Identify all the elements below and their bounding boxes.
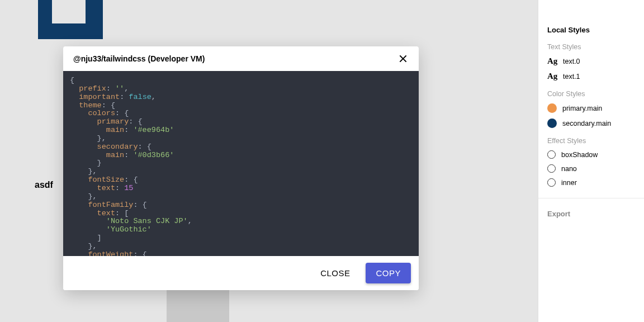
effect-inner[interactable]: inner (547, 178, 635, 187)
ag-icon: Ag (547, 72, 557, 81)
ag-icon: Ag (547, 56, 557, 66)
code-val-fontsize-text: 15 (124, 184, 133, 192)
effect-boxshadow[interactable]: boxShadow (547, 150, 635, 159)
modal-title: @nju33/tailwindcss (Developer VM) (73, 54, 205, 63)
primary-swatch-icon (547, 103, 557, 113)
code-key-important: important (79, 93, 120, 101)
code-key-text2: text (97, 209, 115, 217)
code-key-prefix: prefix (79, 84, 106, 93)
effect-nano-label: nano (561, 165, 577, 173)
code-key-main2: main (106, 151, 124, 159)
code-key-primary: primary (97, 117, 129, 126)
text-style-1[interactable]: Ag text.1 (547, 72, 635, 81)
code-val-ff0: 'Noto Sans CJK JP' (106, 217, 188, 225)
effect-icon (547, 178, 556, 187)
modal-header: @nju33/tailwindcss (Developer VM) (63, 46, 419, 71)
canvas-rectangle-shape[interactable] (38, 0, 103, 39)
code-val-ff1: 'YuGothic' (106, 225, 151, 234)
effect-boxshadow-label: boxShadow (561, 151, 598, 159)
color-style-secondary[interactable]: secondary.main (547, 119, 635, 128)
code-key-fontsize: fontSize (88, 176, 124, 184)
canvas-gray-block[interactable] (167, 285, 229, 322)
code-val-primary-main: '#ee964b' (133, 126, 174, 134)
sidebar-divider (538, 198, 644, 198)
code-key-fontweight: fontWeight (88, 250, 133, 256)
code-key-colors: colors (88, 109, 115, 117)
code-key-main: main (106, 126, 124, 134)
plugin-modal: @nju33/tailwindcss (Developer VM) { pref… (63, 46, 419, 290)
color-style-primary[interactable]: primary.main (547, 103, 635, 113)
close-icon[interactable] (397, 53, 409, 64)
code-val-prefix: '' (115, 84, 124, 93)
text-style-0-label: text.0 (563, 58, 580, 65)
effect-icon (547, 150, 556, 159)
effect-styles-heading: Effect Styles (547, 137, 635, 145)
code-key-theme: theme (79, 101, 102, 110)
local-styles-heading: Local Styles (547, 26, 635, 34)
color-primary-label: primary.main (562, 105, 602, 112)
code-block[interactable]: { prefix: '', important: false, theme: {… (63, 71, 419, 256)
export-section[interactable]: Export (547, 210, 635, 218)
text-style-1-label: text.1 (563, 73, 580, 80)
code-key-fontfamily: fontFamily (88, 201, 133, 209)
canvas-text-asdf[interactable]: asdf (35, 180, 53, 190)
close-button[interactable]: CLOSE (310, 263, 360, 283)
code-key-secondary: secondary (97, 143, 138, 151)
text-styles-heading: Text Styles (547, 43, 635, 51)
secondary-swatch-icon (547, 119, 557, 128)
code-key-text: text (97, 184, 115, 192)
text-style-0[interactable]: Ag text.0 (547, 56, 635, 66)
code-val-secondary-main: '#0d3b66' (133, 151, 174, 159)
effect-nano[interactable]: nano (547, 164, 635, 173)
color-styles-heading: Color Styles (547, 90, 635, 98)
copy-button[interactable]: COPY (366, 263, 411, 283)
modal-footer: CLOSE COPY (63, 256, 419, 290)
effect-icon (547, 164, 556, 173)
effect-inner-label: inner (561, 179, 577, 187)
color-secondary-label: secondary.main (562, 120, 611, 127)
code-val-important: false (129, 93, 151, 101)
right-sidebar: Local Styles Text Styles Ag text.0 Ag te… (538, 0, 644, 322)
